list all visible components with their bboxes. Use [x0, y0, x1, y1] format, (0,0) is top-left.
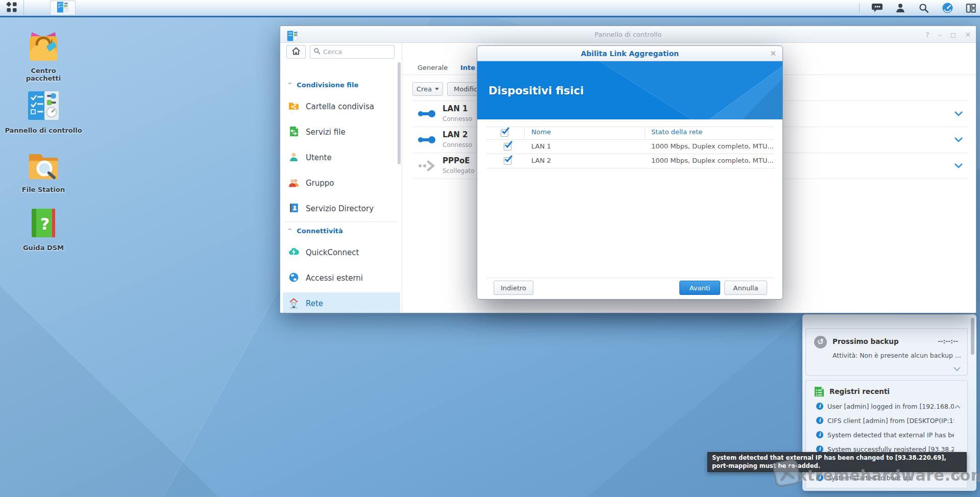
backup-widget: ↺ Prossimo backup --:--:-- Attività: Non… [805, 328, 968, 376]
taskbar-control-panel-button[interactable] [50, 1, 76, 15]
column-header-name[interactable]: Nome [531, 128, 551, 136]
desktop-icon-package-center[interactable]: Centro pacchetti [10, 28, 77, 82]
info-icon: i [816, 431, 823, 438]
chevron-down-icon[interactable] [953, 365, 961, 373]
sidebar-item-group[interactable]: Gruppo [283, 172, 400, 194]
create-button-label: Crea [416, 85, 432, 93]
widgets-icon[interactable] [965, 2, 977, 14]
table-border [486, 154, 774, 154]
row-checkbox[interactable] [504, 143, 511, 151]
log-entry-text: System started to boot up. [827, 474, 954, 482]
tab-label: Generale [418, 64, 448, 71]
modify-button-label: Modific [454, 85, 477, 93]
sidebar-item-label: Rete [306, 299, 323, 308]
sidebar-section-connectivity[interactable]: ⌃ Connettività [287, 226, 343, 235]
user-icon[interactable] [894, 2, 906, 14]
sidebar-item-file-services[interactable]: Servizi file [283, 121, 400, 143]
cancel-button[interactable]: Annulla [724, 281, 767, 295]
pppoe-disconnected-icon [417, 160, 436, 173]
chevron-up-icon: ⌃ [286, 228, 293, 234]
package-center-icon [10, 28, 77, 64]
backup-next-time: --:--:-- [938, 338, 958, 345]
tab-general[interactable]: Generale [418, 60, 448, 74]
tab-network-interface[interactable]: Inte [460, 60, 475, 74]
log-entry[interactable]: i System started to boot up. ✕ [806, 470, 967, 485]
sidebar-item-directory-service[interactable]: Servizio Directory [283, 197, 400, 220]
desktop: Centro pacchetti Pannello di controllo [0, 0, 980, 497]
shared-folder-icon [288, 101, 299, 113]
sidebar-item-shared-folder[interactable]: Cartella condivisa [283, 95, 400, 118]
control-panel-icon [56, 1, 69, 15]
chevron-up-icon: ⌃ [286, 82, 293, 88]
sidebar-item-label: Accessi esterni [306, 274, 363, 283]
main-menu-button[interactable] [0, 0, 24, 16]
backup-activity-text: Attività: Non è presente alcun backup ..… [832, 352, 961, 359]
backup-icon: ↺ [814, 336, 827, 349]
chevron-down-icon[interactable] [954, 110, 963, 118]
tab-label: Inte [460, 64, 475, 71]
window-titlebar[interactable]: Pannello di controllo ? – ◻ ✕ [280, 26, 976, 43]
logs-icon [813, 386, 825, 399]
sidebar-section-label: Connettività [297, 227, 343, 235]
minimize-button[interactable]: – [938, 31, 942, 39]
column-header-network-status[interactable]: Stato della rete [651, 128, 702, 136]
sidebar-item-external-access[interactable]: Accessi esterni [283, 267, 400, 289]
select-all-checkbox[interactable] [501, 129, 508, 137]
log-entry-text: System detected that external IP has bee… [827, 431, 954, 439]
create-button[interactable]: Crea [412, 82, 443, 96]
log-entry[interactable]: i CIFS client [admin] from [DESKTOP(IP:1… [806, 413, 967, 428]
back-button[interactable]: Indietro [494, 281, 533, 295]
sidebar-section-file-sharing[interactable]: ⌃ Condivisione file [287, 80, 358, 89]
column-separator [645, 127, 645, 139]
search-input[interactable] [323, 48, 384, 56]
quickconnect-icon [288, 246, 299, 259]
chevron-down-icon[interactable] [954, 162, 963, 170]
app-grid-icon [6, 1, 18, 15]
sidebar-item-quickconnect[interactable]: QuickConnect [283, 241, 400, 264]
log-entry-text: User [admin] logged in from [192.168.0.1… [827, 403, 954, 410]
row-checkbox[interactable] [504, 157, 511, 165]
desktop-icon-label: Centro pacchetti [21, 67, 65, 82]
next-button[interactable]: Avanti [679, 281, 720, 295]
window-title: Pannello di controllo [280, 31, 976, 38]
sidebar-item-label: Servizio Directory [306, 204, 374, 213]
widgets-scrollbar[interactable] [971, 318, 974, 355]
cell-status: 1000 Mbps, Duplex completo, MTU... [651, 157, 774, 164]
log-entry[interactable]: i System detected that external IP has b… [806, 428, 967, 442]
dialog-banner: Dispositivi fisici [477, 61, 782, 119]
resource-monitor-icon[interactable] [941, 2, 953, 14]
search-box[interactable] [310, 45, 395, 59]
sidebar-item-label: Servizi file [306, 128, 346, 137]
chevron-up-icon[interactable] [954, 403, 961, 411]
chevron-down-icon[interactable] [954, 136, 963, 144]
sidebar-item-network[interactable]: Rete [283, 292, 400, 313]
desktop-icon-control-panel[interactable]: Pannello di controllo [10, 88, 77, 123]
notifications-icon[interactable] [871, 2, 883, 14]
interface-name: LAN 2 [443, 130, 468, 139]
help-button[interactable]: ? [925, 31, 929, 39]
table-border [486, 139, 774, 140]
network-icon [288, 297, 299, 310]
desktop-icon-dsm-help[interactable]: ? Guida DSM [10, 205, 77, 252]
recent-logs-widget: Registri recenti i User [admin] logged i… [805, 380, 968, 488]
close-button[interactable]: ✕ [965, 31, 971, 39]
file-station-icon [10, 147, 77, 183]
search-icon[interactable] [918, 2, 930, 14]
cell-name: LAN 2 [531, 157, 551, 164]
sidebar-section-label: Condivisione file [297, 81, 358, 89]
desktop-icon-file-station[interactable]: File Station [10, 147, 77, 193]
log-entry-text: CIFS client [admin] from [DESKTOP(IP:19.… [827, 417, 954, 425]
home-button[interactable] [286, 45, 306, 59]
dialog-header[interactable]: Abilita Link Aggregation ✕ [477, 46, 782, 61]
link-aggregation-dialog: Abilita Link Aggregation ✕ Dispositivi f… [477, 45, 783, 300]
cell-status: 1000 Mbps, Duplex completo, MTU... [651, 142, 774, 150]
close-icon[interactable]: ✕ [770, 49, 776, 58]
close-icon[interactable]: ✕ [955, 474, 961, 482]
info-icon: i [816, 417, 823, 424]
svg-text:?: ? [40, 214, 50, 234]
lan-connected-icon [417, 108, 436, 121]
maximize-button[interactable]: ◻ [950, 31, 957, 39]
sidebar-item-user[interactable]: Utente [283, 146, 400, 169]
dialog-title: Abilita Link Aggregation [477, 49, 782, 58]
log-entry[interactable]: i User [admin] logged in from [192.168.0… [806, 399, 967, 413]
